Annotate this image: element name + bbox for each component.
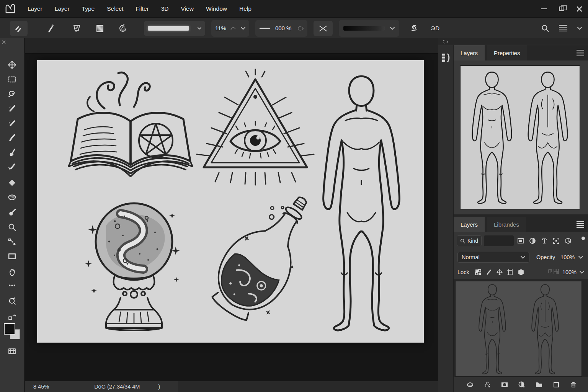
foreground-color-swatch[interactable] <box>4 323 15 335</box>
shape-pen-button[interactable] <box>69 21 85 36</box>
pen-path-tool[interactable] <box>5 235 20 248</box>
brush-tool[interactable] <box>5 131 20 144</box>
rotate-tool-button[interactable] <box>115 21 131 36</box>
artboard[interactable] <box>37 60 424 343</box>
menu-filter[interactable]: Filter <box>129 0 155 18</box>
link-layers-button[interactable] <box>465 380 475 390</box>
close-button[interactable] <box>570 0 588 18</box>
airbrush-icon[interactable] <box>297 26 304 31</box>
collapsed-panel-icon[interactable] <box>441 51 451 64</box>
layers-menu-icon[interactable] <box>577 220 584 229</box>
adjustment-circle-icon <box>518 381 526 389</box>
menu-lines-icon[interactable] <box>559 24 567 33</box>
gradient-picker-group[interactable] <box>339 20 399 37</box>
blend-mode-select[interactable]: Normal <box>457 252 529 263</box>
brush-preset-dropdown[interactable] <box>144 21 205 36</box>
gradient-bar <box>343 26 385 31</box>
canvas-area[interactable] <box>25 38 438 381</box>
application-window: Layer Layer Type Select Filter 3D View W… <box>0 0 588 392</box>
restore-button[interactable] <box>553 0 570 18</box>
adjustment-layer-button[interactable] <box>517 380 527 390</box>
menu-window[interactable]: Window <box>200 0 233 18</box>
flow-value[interactable]: 000 % <box>275 25 292 31</box>
lock-position-button[interactable] <box>495 267 505 277</box>
chevron-down-icon[interactable] <box>580 271 584 274</box>
new-layer-button[interactable] <box>551 380 561 390</box>
rectangle-tool[interactable] <box>5 250 20 263</box>
chevron-down-icon[interactable] <box>577 27 582 30</box>
lasso-tool[interactable] <box>5 87 20 100</box>
menu-3d[interactable]: 3D <box>155 0 175 18</box>
zoom-level-value[interactable]: 11% <box>215 25 226 31</box>
smart-box-icon <box>565 237 572 244</box>
gradient-sample-button[interactable] <box>92 21 108 36</box>
menu-layer-2[interactable]: Layer <box>49 0 76 18</box>
menu-select[interactable]: Select <box>101 0 129 18</box>
speckle-brush-tool[interactable] <box>5 116 20 129</box>
new-group-button[interactable] <box>534 380 544 390</box>
collapse-dock-icon[interactable] <box>443 40 449 44</box>
tab-layers[interactable]: Layers <box>454 217 485 232</box>
lock-artboard-button[interactable] <box>505 267 515 277</box>
menu-layer-1[interactable]: Layer <box>21 0 49 18</box>
eraser-tool[interactable] <box>5 176 20 189</box>
lock-all-button[interactable] <box>516 267 526 277</box>
filter-shape-button[interactable] <box>551 236 561 246</box>
threed-mode-label[interactable]: ЭD <box>431 25 440 31</box>
active-tool-button[interactable] <box>10 21 28 36</box>
symmetry-button[interactable] <box>314 21 333 36</box>
filter-adjustment-button[interactable] <box>528 236 537 246</box>
layer-effects-button[interactable] <box>482 380 492 390</box>
history-brush-tool[interactable] <box>5 145 20 158</box>
filter-pixel-button[interactable] <box>516 236 526 246</box>
lock-transparency-button[interactable] <box>473 267 483 277</box>
brush-option-button[interactable] <box>43 21 59 36</box>
move-tool[interactable] <box>5 58 20 71</box>
document-preview[interactable] <box>460 65 580 209</box>
zoom-tool[interactable] <box>5 220 20 234</box>
color-swatches[interactable] <box>4 323 21 340</box>
mixer-brush-tool[interactable] <box>5 160 20 173</box>
menu-type[interactable]: Type <box>76 0 101 18</box>
search-icon[interactable] <box>541 24 549 32</box>
marquee-tool[interactable] <box>5 73 20 86</box>
zoom-alt-tool[interactable] <box>5 295 20 308</box>
tab-libraries[interactable]: Librandes <box>487 217 526 232</box>
hand-tool[interactable] <box>5 266 20 279</box>
speckle-brush-icon <box>8 119 16 127</box>
kind-filter[interactable]: Kind <box>457 235 482 246</box>
menu-view[interactable]: View <box>175 0 200 18</box>
kind-dropdown[interactable] <box>484 235 514 246</box>
filter-smart-object-button[interactable] <box>563 236 573 246</box>
menu-help[interactable]: Help <box>233 0 258 18</box>
opacity-value[interactable]: 100% <box>560 254 575 260</box>
smudge-button[interactable] <box>406 21 422 36</box>
delete-layer-button[interactable] <box>568 380 578 390</box>
lock-pixels-button[interactable] <box>484 267 494 277</box>
layer-mask-button[interactable] <box>500 380 510 390</box>
panel-close-icon[interactable] <box>2 40 6 44</box>
chevron-down-icon[interactable] <box>578 256 583 259</box>
crystal-ball-drawing <box>82 193 186 335</box>
layer-thumbnail[interactable] <box>455 281 582 377</box>
minimize-button[interactable] <box>535 0 553 18</box>
healing-brush-tool[interactable] <box>5 102 20 115</box>
swap-colors[interactable] <box>5 310 20 323</box>
gradient-tool[interactable] <box>5 191 20 204</box>
filter-type-button[interactable] <box>539 236 549 246</box>
filter-toggle[interactable] <box>581 237 585 240</box>
tab-layers-top[interactable]: Layers <box>454 45 485 60</box>
marquee-icon <box>8 75 16 84</box>
panel-menu-icon[interactable] <box>577 49 584 57</box>
kind-label: Kind <box>467 238 478 244</box>
collapsed-dock <box>438 38 454 392</box>
blur-tool[interactable] <box>5 206 20 219</box>
pressure-icon[interactable] <box>230 25 236 31</box>
chevron-down-icon[interactable] <box>241 27 245 30</box>
fill-value[interactable]: 100% <box>562 269 577 275</box>
grid-tool[interactable] <box>5 345 20 358</box>
more-tools[interactable] <box>5 279 20 292</box>
tab-properties[interactable]: Preperties <box>487 45 527 60</box>
flow-group: 000 % <box>255 20 308 37</box>
status-zoom-value[interactable]: 8 45% <box>33 384 49 390</box>
